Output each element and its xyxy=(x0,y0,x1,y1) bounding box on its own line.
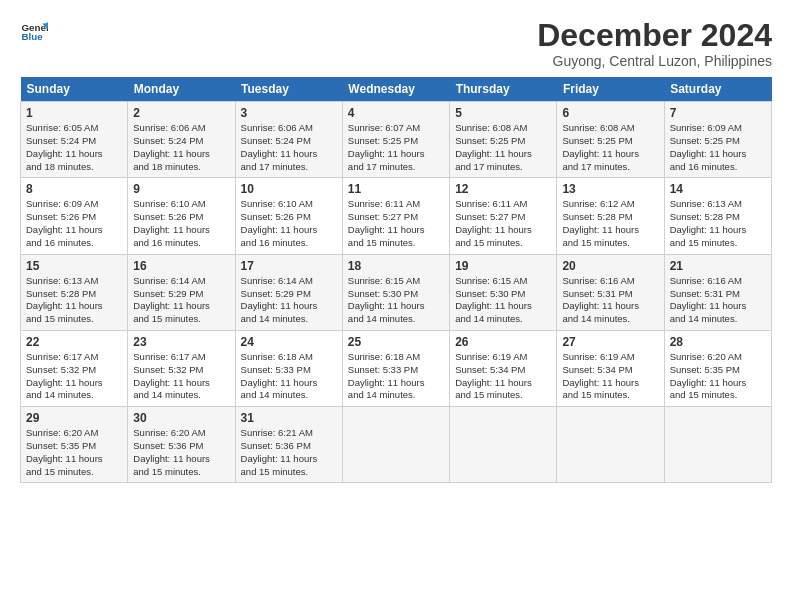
cell-content: Sunrise: 6:13 AMSunset: 5:28 PMDaylight:… xyxy=(26,275,122,326)
cell-line: and 15 minutes. xyxy=(133,313,229,326)
cell-content: Sunrise: 6:06 AMSunset: 5:24 PMDaylight:… xyxy=(241,122,337,173)
cell-line: Daylight: 11 hours xyxy=(348,377,444,390)
cell-4-6: 27Sunrise: 6:19 AMSunset: 5:34 PMDayligh… xyxy=(557,330,664,406)
cell-line: Sunrise: 6:14 AM xyxy=(241,275,337,288)
cell-content: Sunrise: 6:05 AMSunset: 5:24 PMDaylight:… xyxy=(26,122,122,173)
cell-line: and 16 minutes. xyxy=(26,237,122,250)
day-number: 17 xyxy=(241,259,337,273)
cell-line: and 15 minutes. xyxy=(670,389,766,402)
cell-1-5: 5Sunrise: 6:08 AMSunset: 5:25 PMDaylight… xyxy=(450,102,557,178)
cell-line: Daylight: 11 hours xyxy=(133,453,229,466)
cell-line: Daylight: 11 hours xyxy=(562,300,658,313)
cell-content: Sunrise: 6:12 AMSunset: 5:28 PMDaylight:… xyxy=(562,198,658,249)
cell-content: Sunrise: 6:20 AMSunset: 5:35 PMDaylight:… xyxy=(26,427,122,478)
cell-line: Sunrise: 6:16 AM xyxy=(562,275,658,288)
day-number: 25 xyxy=(348,335,444,349)
cell-line: Daylight: 11 hours xyxy=(562,377,658,390)
cell-line: Daylight: 11 hours xyxy=(670,300,766,313)
cell-1-7: 7Sunrise: 6:09 AMSunset: 5:25 PMDaylight… xyxy=(664,102,771,178)
cell-line: Sunrise: 6:16 AM xyxy=(670,275,766,288)
cell-line: and 15 minutes. xyxy=(348,237,444,250)
day-number: 19 xyxy=(455,259,551,273)
cell-line: Daylight: 11 hours xyxy=(133,377,229,390)
cell-content: Sunrise: 6:11 AMSunset: 5:27 PMDaylight:… xyxy=(348,198,444,249)
day-number: 30 xyxy=(133,411,229,425)
day-number: 28 xyxy=(670,335,766,349)
day-number: 15 xyxy=(26,259,122,273)
day-number: 18 xyxy=(348,259,444,273)
cell-4-5: 26Sunrise: 6:19 AMSunset: 5:34 PMDayligh… xyxy=(450,330,557,406)
cell-line: and 15 minutes. xyxy=(562,389,658,402)
cell-3-3: 17Sunrise: 6:14 AMSunset: 5:29 PMDayligh… xyxy=(235,254,342,330)
cell-line: Sunset: 5:30 PM xyxy=(455,288,551,301)
cell-line: Sunrise: 6:15 AM xyxy=(348,275,444,288)
cell-line: Sunset: 5:33 PM xyxy=(348,364,444,377)
cell-line: Daylight: 11 hours xyxy=(26,453,122,466)
cell-5-4 xyxy=(342,407,449,483)
day-number: 14 xyxy=(670,182,766,196)
cell-line: Sunset: 5:25 PM xyxy=(455,135,551,148)
cell-line: Sunset: 5:29 PM xyxy=(133,288,229,301)
cell-line: Sunrise: 6:20 AM xyxy=(670,351,766,364)
cell-line: Sunset: 5:35 PM xyxy=(26,440,122,453)
day-number: 2 xyxy=(133,106,229,120)
cell-line: and 16 minutes. xyxy=(133,237,229,250)
cell-content: Sunrise: 6:07 AMSunset: 5:25 PMDaylight:… xyxy=(348,122,444,173)
cell-line: Sunset: 5:25 PM xyxy=(670,135,766,148)
cell-1-6: 6Sunrise: 6:08 AMSunset: 5:25 PMDaylight… xyxy=(557,102,664,178)
cell-line: Sunset: 5:36 PM xyxy=(133,440,229,453)
cell-line: and 18 minutes. xyxy=(133,161,229,174)
week-row-1: 1Sunrise: 6:05 AMSunset: 5:24 PMDaylight… xyxy=(21,102,772,178)
cell-line: Sunrise: 6:08 AM xyxy=(562,122,658,135)
cell-line: Daylight: 11 hours xyxy=(455,148,551,161)
cell-line: and 16 minutes. xyxy=(241,237,337,250)
col-thursday: Thursday xyxy=(450,77,557,102)
cell-line: Sunrise: 6:13 AM xyxy=(670,198,766,211)
logo: General Blue xyxy=(20,18,48,46)
location: Guyong, Central Luzon, Philippines xyxy=(537,53,772,69)
cell-line: and 17 minutes. xyxy=(455,161,551,174)
week-row-5: 29Sunrise: 6:20 AMSunset: 5:35 PMDayligh… xyxy=(21,407,772,483)
cell-3-5: 19Sunrise: 6:15 AMSunset: 5:30 PMDayligh… xyxy=(450,254,557,330)
header-row: Sunday Monday Tuesday Wednesday Thursday… xyxy=(21,77,772,102)
cell-line: Sunrise: 6:18 AM xyxy=(241,351,337,364)
cell-1-3: 3Sunrise: 6:06 AMSunset: 5:24 PMDaylight… xyxy=(235,102,342,178)
cell-content: Sunrise: 6:20 AMSunset: 5:35 PMDaylight:… xyxy=(670,351,766,402)
cell-content: Sunrise: 6:16 AMSunset: 5:31 PMDaylight:… xyxy=(670,275,766,326)
cell-line: Sunset: 5:28 PM xyxy=(26,288,122,301)
cell-line: and 15 minutes. xyxy=(26,313,122,326)
cell-content: Sunrise: 6:21 AMSunset: 5:36 PMDaylight:… xyxy=(241,427,337,478)
cell-line: Sunrise: 6:19 AM xyxy=(562,351,658,364)
cell-4-7: 28Sunrise: 6:20 AMSunset: 5:35 PMDayligh… xyxy=(664,330,771,406)
cell-line: Sunrise: 6:15 AM xyxy=(455,275,551,288)
cell-3-1: 15Sunrise: 6:13 AMSunset: 5:28 PMDayligh… xyxy=(21,254,128,330)
day-number: 4 xyxy=(348,106,444,120)
cell-line: Daylight: 11 hours xyxy=(348,300,444,313)
cell-line: Daylight: 11 hours xyxy=(241,377,337,390)
cell-1-2: 2Sunrise: 6:06 AMSunset: 5:24 PMDaylight… xyxy=(128,102,235,178)
cell-line: Daylight: 11 hours xyxy=(26,224,122,237)
cell-content: Sunrise: 6:20 AMSunset: 5:36 PMDaylight:… xyxy=(133,427,229,478)
cell-line: Sunset: 5:24 PM xyxy=(241,135,337,148)
cell-content: Sunrise: 6:18 AMSunset: 5:33 PMDaylight:… xyxy=(241,351,337,402)
cell-content: Sunrise: 6:18 AMSunset: 5:33 PMDaylight:… xyxy=(348,351,444,402)
cell-line: Sunset: 5:32 PM xyxy=(26,364,122,377)
cell-line: Daylight: 11 hours xyxy=(26,377,122,390)
cell-5-3: 31Sunrise: 6:21 AMSunset: 5:36 PMDayligh… xyxy=(235,407,342,483)
cell-4-1: 22Sunrise: 6:17 AMSunset: 5:32 PMDayligh… xyxy=(21,330,128,406)
cell-line: Sunrise: 6:17 AM xyxy=(133,351,229,364)
svg-text:Blue: Blue xyxy=(21,31,43,42)
cell-2-3: 10Sunrise: 6:10 AMSunset: 5:26 PMDayligh… xyxy=(235,178,342,254)
cell-4-3: 24Sunrise: 6:18 AMSunset: 5:33 PMDayligh… xyxy=(235,330,342,406)
cell-line: Sunset: 5:26 PM xyxy=(133,211,229,224)
cell-content: Sunrise: 6:08 AMSunset: 5:25 PMDaylight:… xyxy=(455,122,551,173)
cell-line: Sunrise: 6:06 AM xyxy=(241,122,337,135)
cell-line: Sunrise: 6:20 AM xyxy=(26,427,122,440)
cell-content: Sunrise: 6:17 AMSunset: 5:32 PMDaylight:… xyxy=(133,351,229,402)
col-wednesday: Wednesday xyxy=(342,77,449,102)
day-number: 1 xyxy=(26,106,122,120)
cell-line: Sunset: 5:25 PM xyxy=(562,135,658,148)
cell-5-1: 29Sunrise: 6:20 AMSunset: 5:35 PMDayligh… xyxy=(21,407,128,483)
cell-line: Sunrise: 6:21 AM xyxy=(241,427,337,440)
cell-line: Sunset: 5:24 PM xyxy=(133,135,229,148)
